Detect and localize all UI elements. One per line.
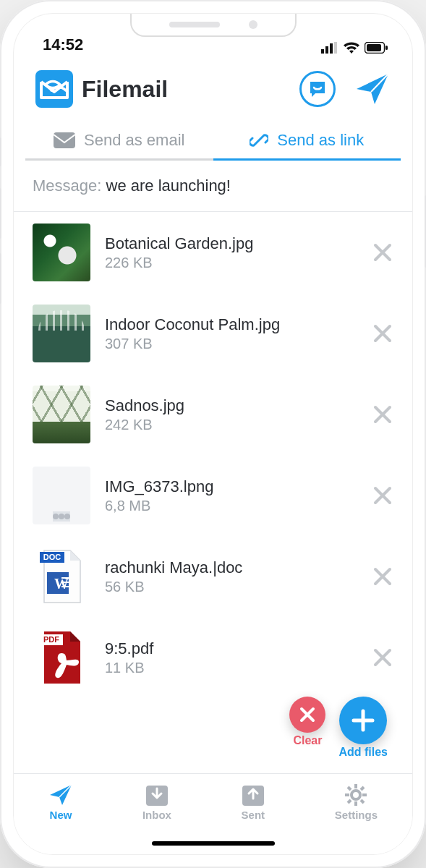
tab-label: Send as link (277, 131, 364, 150)
remove-file-button[interactable] (372, 485, 393, 506)
brand: Filemail (35, 70, 168, 108)
file-row[interactable]: PDF 9:5.pdf11 KB (14, 617, 412, 698)
file-name: Botanical Garden.jpg (105, 234, 357, 253)
close-icon (372, 566, 393, 587)
clear-action: Clear (289, 697, 325, 747)
file-info: Botanical Garden.jpg226 KB (105, 234, 357, 271)
chat-button[interactable] (299, 71, 336, 107)
remove-file-button[interactable] (372, 404, 393, 425)
inbox-icon (145, 783, 169, 807)
close-icon (372, 323, 393, 344)
file-name: Sadnos.jpg (105, 396, 357, 415)
nav-new[interactable]: New (48, 783, 73, 821)
close-icon (372, 404, 393, 425)
nav-sent[interactable]: Sent (241, 783, 265, 821)
file-info: rachunki Maya.|doc56 KB (105, 558, 357, 595)
file-thumbnail (33, 305, 90, 362)
message-label: Message: (33, 176, 101, 195)
screen: 14:52 (13, 13, 413, 855)
svg-rect-3 (334, 42, 337, 54)
svg-line-25 (361, 787, 364, 790)
file-thumbnail (33, 224, 90, 281)
svg-rect-8 (54, 132, 75, 148)
send-mode-tabs: Send as email Send as link (14, 115, 412, 161)
file-info: 9:5.pdf11 KB (105, 639, 357, 676)
message-value: we are launching! (106, 176, 231, 195)
nav-label: New (50, 809, 72, 821)
svg-text:PDF: PDF (43, 635, 59, 644)
svg-line-23 (348, 787, 351, 790)
message-field[interactable]: Message: we are launching! (14, 161, 412, 212)
notch (130, 14, 297, 37)
plus-icon (351, 708, 375, 733)
logo-icon (35, 70, 73, 108)
svg-rect-6 (385, 46, 388, 50)
header-actions (299, 71, 391, 107)
front-camera (249, 20, 257, 29)
file-row[interactable]: Sadnos.jpg242 KB (14, 374, 412, 455)
close-icon (299, 707, 315, 723)
file-thumbnail (33, 386, 90, 443)
file-list: Botanical Garden.jpg226 KBIndoor Coconut… (14, 212, 412, 698)
nav-label: Settings (335, 809, 378, 821)
svg-line-26 (348, 800, 351, 803)
link-icon (250, 131, 268, 150)
send-button[interactable] (354, 71, 391, 107)
svg-text:DOC: DOC (43, 553, 61, 561)
volume-up-button (0, 188, 1, 239)
file-row[interactable]: IMG_6373.lpng6,8 MB (14, 455, 412, 536)
file-size: 242 KB (105, 417, 357, 433)
paper-plane-icon (354, 71, 391, 107)
nav-label: Inbox (142, 809, 171, 821)
tab-send-email[interactable]: Send as email (25, 122, 213, 161)
remove-file-button[interactable] (372, 647, 393, 668)
file-thumbnail: PDF (33, 629, 90, 686)
remove-file-button[interactable] (372, 323, 393, 344)
paper-plane-icon (48, 783, 73, 807)
file-name: rachunki Maya.|doc (105, 558, 357, 577)
file-name: 9:5.pdf (105, 639, 357, 658)
nav-settings[interactable]: Settings (335, 783, 378, 821)
file-name: Indoor Coconut Palm.jpg (105, 315, 357, 334)
file-size: 6,8 MB (105, 498, 357, 514)
file-thumbnail: DOC W (33, 548, 90, 605)
svg-rect-1 (325, 46, 328, 54)
file-name: IMG_6373.lpng (105, 477, 357, 496)
nav-label: Sent (242, 809, 265, 821)
battery-icon (365, 42, 388, 54)
file-row[interactable]: DOC W rachunki Maya.|doc56 KB (14, 536, 412, 617)
sent-icon (241, 783, 265, 807)
add-files-button[interactable] (339, 697, 387, 744)
svg-rect-5 (367, 44, 381, 51)
svg-point-18 (352, 791, 360, 799)
header: Filemail (14, 57, 412, 115)
remove-file-button[interactable] (372, 242, 393, 263)
clear-label: Clear (293, 734, 322, 747)
chat-icon (307, 79, 328, 99)
status-time: 14:52 (43, 35, 83, 54)
volume-down-button (0, 253, 1, 304)
add-files-action: Add files (338, 697, 388, 759)
wifi-icon (343, 41, 360, 54)
nav-inbox[interactable]: Inbox (142, 783, 171, 821)
home-indicator[interactable] (152, 841, 275, 846)
bottom-nav: New Inbox Sent (14, 773, 412, 854)
tab-send-link[interactable]: Send as link (213, 122, 401, 161)
file-thumbnail (33, 467, 90, 524)
side-button (0, 137, 1, 166)
file-info: Indoor Coconut Palm.jpg307 KB (105, 315, 357, 352)
file-size: 307 KB (105, 336, 357, 352)
close-icon (372, 485, 393, 506)
file-row[interactable]: Botanical Garden.jpg226 KB (14, 212, 412, 293)
svg-rect-2 (330, 43, 333, 54)
tab-label: Send as email (84, 131, 184, 150)
file-info: Sadnos.jpg242 KB (105, 396, 357, 433)
file-size: 56 KB (105, 579, 357, 595)
close-icon (372, 647, 393, 668)
clear-button[interactable] (289, 697, 325, 733)
file-row[interactable]: Indoor Coconut Palm.jpg307 KB (14, 293, 412, 374)
remove-file-button[interactable] (372, 566, 393, 587)
file-info: IMG_6373.lpng6,8 MB (105, 477, 357, 514)
floating-actions: Clear Add files (289, 697, 388, 759)
add-files-label: Add files (338, 746, 388, 759)
